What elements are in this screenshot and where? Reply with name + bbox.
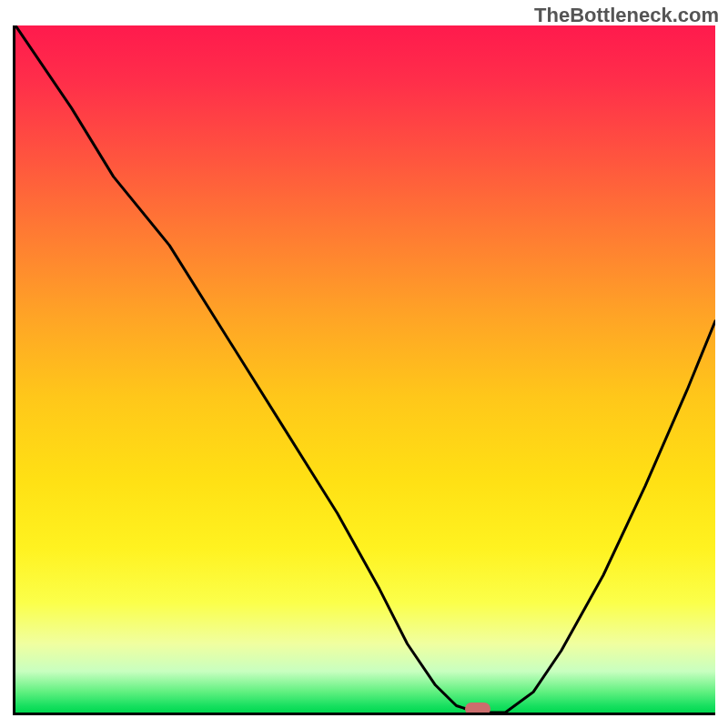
- plot-area: [13, 25, 715, 715]
- optimal-marker: [465, 703, 490, 715]
- chart-container: TheBottleneck.com: [0, 0, 728, 728]
- curve-svg: [15, 25, 715, 713]
- attribution-text: TheBottleneck.com: [534, 4, 719, 27]
- bottleneck-curve: [15, 25, 715, 713]
